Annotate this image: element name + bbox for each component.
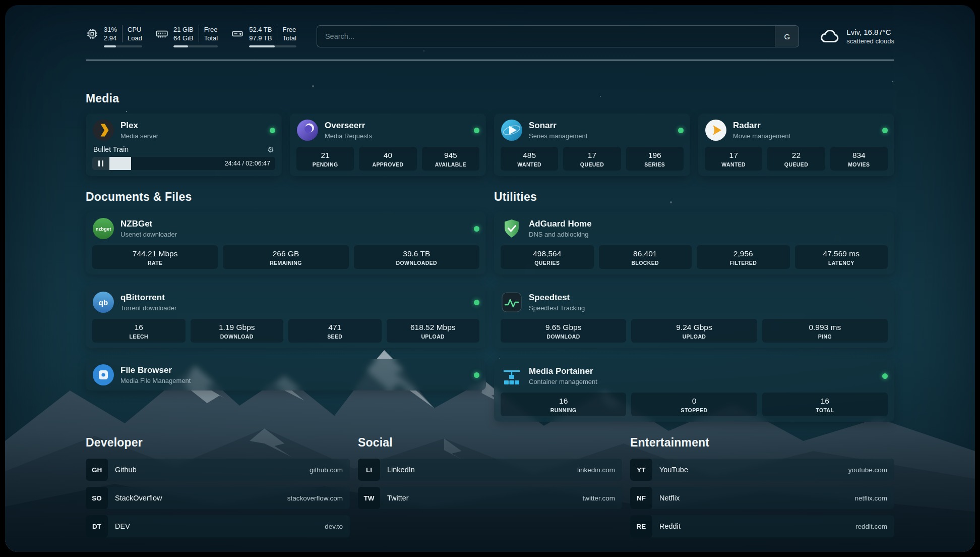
app-card-qbittorrent[interactable]: qb qBittorrent Torrent downloader 16 (86, 286, 486, 348)
app-card-filebrowser[interactable]: File Browser Media File Management (86, 359, 486, 391)
app-card-sonarr[interactable]: Sonarr Series management 485 WANTED 17 Q… (494, 114, 690, 176)
stackoverflow-icon: SO (86, 487, 108, 509)
adguard-icon (501, 217, 523, 240)
stat-download: 1.19 Gbps DOWNLOAD (191, 319, 284, 343)
app-name: Plex (120, 121, 158, 131)
bookmark-netflix[interactable]: NF Netflix netflix.com (630, 487, 894, 509)
app-card-overseerr[interactable]: Overseerr Media Requests 21 PENDING 40 A… (290, 114, 486, 176)
app-subtitle: Media File Management (120, 377, 191, 384)
bookmark-dev[interactable]: DT DEV dev.to (86, 515, 350, 537)
app-card-adguard[interactable]: AdGuard Home DNS and adblocking 498,564 … (494, 212, 894, 274)
search-input[interactable] (317, 26, 775, 47)
playback-time: 24:44 / 02:06:47 (220, 160, 275, 167)
cpu-icon (86, 27, 99, 40)
pause-button[interactable] (92, 157, 109, 170)
header-divider (86, 60, 894, 61)
section-social: Social LI LinkedIn linkedin.com TW Twitt… (358, 436, 622, 537)
app-name: Sonarr (529, 121, 587, 131)
app-name: Media Portainer (529, 366, 597, 376)
status-dot (474, 128, 479, 133)
overseerr-icon (296, 119, 319, 141)
stat-wanted: 485 WANTED (501, 147, 558, 171)
stat-upload: 618.52 Mbps UPLOAD (387, 319, 480, 343)
stat-running: 16 RUNNING (501, 393, 626, 416)
section-documents: Documents & Files nzbget NZBGet Usenet d… (86, 190, 486, 422)
section-title-entertainment: Entertainment (630, 436, 894, 450)
stat-download: 9.65 Gbps DOWNLOAD (501, 319, 626, 343)
bookmark-linkedin[interactable]: LI LinkedIn linkedin.com (358, 459, 622, 481)
ram-progress-fill (173, 45, 188, 47)
app-card-portainer[interactable]: Media Portainer Container management 16 … (494, 359, 894, 422)
topbar: 31% 2.94 CPU Load (86, 19, 894, 53)
bookmark-youtube[interactable]: YT YouTube youtube.com (630, 459, 894, 481)
cloud-icon (819, 26, 840, 47)
section-title-documents: Documents & Files (86, 190, 486, 204)
stat-queued: 17 QUEUED (563, 147, 621, 171)
bookmark-reddit[interactable]: RE Reddit reddit.com (630, 515, 894, 537)
plex-now-playing: Bullet Train ⚙ 24:44 / 02:06:47 (92, 145, 275, 170)
stat-seed: 471 SEED (288, 319, 382, 343)
disk-total-value: 97.9 TB (249, 34, 272, 42)
netflix-icon: NF (630, 487, 652, 509)
app-card-radarr[interactable]: Radarr Movie management 17 WANTED 22 QUE… (698, 114, 894, 176)
stat-queries: 498,564 QUERIES (501, 245, 594, 269)
bookmark-stackoverflow[interactable]: SO StackOverflow stackoverflow.com (86, 487, 350, 509)
playback-bar[interactable]: 24:44 / 02:06:47 (92, 157, 275, 170)
section-developer: Developer GH Github github.com SO StackO… (86, 436, 350, 537)
bookmark-github[interactable]: GH Github github.com (86, 459, 350, 481)
linkedin-icon: LI (358, 459, 380, 481)
status-dot (474, 372, 479, 378)
app-subtitle: Usenet downloader (120, 231, 177, 238)
app-name: File Browser (120, 365, 191, 375)
youtube-icon: YT (630, 459, 652, 481)
status-dot (270, 128, 275, 133)
app-name: Speedtest (529, 293, 585, 303)
disk-progress-fill (249, 45, 275, 47)
section-entertainment: Entertainment YT YouTube youtube.com NF … (630, 436, 894, 537)
playback-progress-track[interactable] (109, 157, 220, 170)
cpu-load-value: 2.94 (104, 34, 117, 42)
reddit-icon: RE (630, 515, 652, 537)
qbittorrent-icon: qb (92, 291, 114, 313)
section-title-social: Social (358, 436, 622, 450)
stat-ping: 0.993 ms PING (762, 319, 888, 343)
svg-text:nzbget: nzbget (96, 226, 111, 232)
ram-total-value: 64 GiB (173, 34, 194, 42)
ram-free-value: 21 GiB (173, 25, 194, 34)
stat-remaining: 266 GB REMAINING (223, 245, 348, 269)
disk-free-value: 52.4 TB (249, 25, 272, 34)
stat-available: 945 AVAILABLE (422, 147, 479, 171)
weather-condition: scattered clouds (846, 37, 894, 45)
stat-movies: 834 MOVIES (830, 147, 888, 171)
speedtest-icon (501, 291, 523, 313)
radarr-icon (705, 119, 727, 141)
app-subtitle: Movie management (733, 132, 790, 140)
app-name: NZBGet (120, 219, 177, 229)
stat-series: 196 SERIES (626, 147, 684, 171)
app-subtitle: Media server (120, 132, 158, 140)
plex-icon (92, 119, 114, 141)
app-card-nzbget[interactable]: nzbget NZBGet Usenet downloader 744.21 M… (86, 212, 486, 274)
app-card-speedtest[interactable]: Speedtest Speedtest Tracking 9.65 Gbps D… (494, 286, 894, 348)
stat-blocked: 86,401 BLOCKED (599, 245, 692, 269)
gear-icon[interactable]: ⚙ (268, 146, 274, 153)
bookmark-twitter[interactable]: TW Twitter twitter.com (358, 487, 622, 509)
section-utilities: Utilities AdGuard Home DNS and adblockin… (494, 190, 894, 422)
now-playing-title: Bullet Train (93, 145, 129, 153)
stat-queued: 22 QUEUED (767, 147, 825, 171)
stat-pending: 21 PENDING (296, 147, 354, 171)
ram-progress-bar (173, 45, 218, 47)
status-dot (678, 128, 684, 133)
search-bar[interactable]: G (317, 25, 799, 47)
app-name: qBittorrent (120, 293, 176, 303)
disk-labels: Free Total (277, 25, 296, 42)
status-dot (882, 128, 888, 133)
weather-widget[interactable]: Lviv, 16.87°C scattered clouds (819, 26, 894, 47)
search-engine-button[interactable]: G (775, 26, 799, 47)
app-subtitle: Series management (529, 132, 587, 140)
stat-approved: 40 APPROVED (359, 147, 416, 171)
app-name: AdGuard Home (529, 219, 592, 229)
ram-values: 21 GiB 64 GiB (173, 25, 194, 42)
app-card-plex[interactable]: Plex Media server Bullet Train ⚙ (86, 114, 282, 176)
playback-progress-fill (109, 157, 131, 170)
